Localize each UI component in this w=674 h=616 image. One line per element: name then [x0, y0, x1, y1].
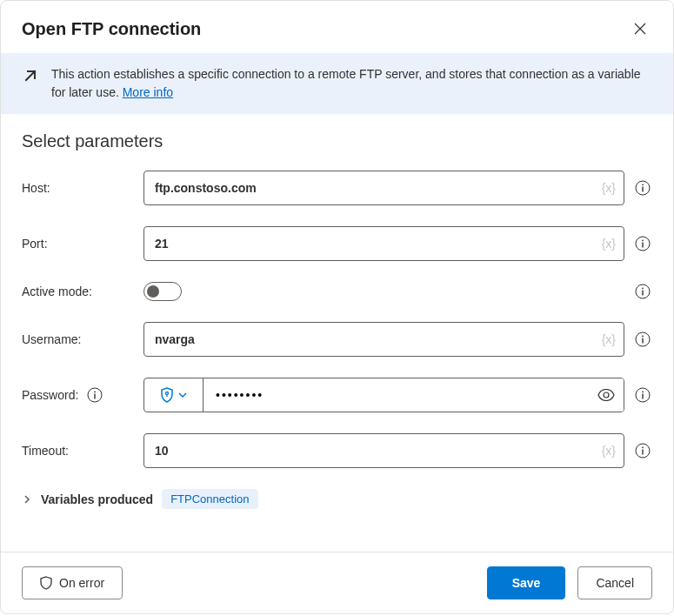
chevron-down-icon: [177, 390, 188, 400]
dialog-title: Open FTP connection: [22, 19, 201, 39]
dialog-footer: On error Save Cancel: [1, 552, 673, 613]
info-icon: [635, 180, 651, 196]
port-input[interactable]: [143, 226, 624, 261]
row-password: Password:: [22, 378, 652, 412]
info-icon: [635, 387, 651, 403]
variable-chip[interactable]: FTPConnection: [162, 489, 257, 509]
variables-produced-label: Variables produced: [41, 492, 153, 506]
on-error-button[interactable]: On error: [22, 566, 123, 599]
host-input[interactable]: [143, 171, 624, 205]
info-icon: [635, 443, 651, 459]
username-info-button[interactable]: [633, 330, 652, 349]
cancel-button[interactable]: Cancel: [577, 566, 652, 599]
svg-rect-11: [642, 338, 643, 344]
svg-point-10: [642, 335, 644, 337]
password-label-info-button[interactable]: [85, 385, 104, 405]
dialog-header: Open FTP connection: [1, 1, 673, 53]
password-input[interactable]: [204, 378, 624, 412]
action-arrow-icon: [22, 67, 39, 84]
svg-point-21: [642, 446, 644, 448]
host-label: Host:: [22, 181, 135, 195]
active-mode-info-button[interactable]: [633, 282, 652, 301]
host-info-button[interactable]: [633, 178, 652, 198]
on-error-label: On error: [59, 576, 104, 590]
active-mode-wrap: [143, 282, 624, 301]
port-label: Port:: [22, 237, 135, 251]
password-input-wrap: [143, 378, 624, 412]
info-banner: This action establishes a specific conne…: [1, 53, 673, 114]
svg-point-13: [94, 391, 96, 392]
dialog: Open FTP connection This action establis…: [0, 0, 674, 614]
eye-icon: [597, 389, 615, 401]
info-icon: [87, 387, 103, 403]
password-type-dropdown[interactable]: [144, 378, 204, 412]
close-icon: [633, 22, 647, 36]
svg-point-15: [165, 392, 168, 395]
svg-point-7: [642, 287, 644, 289]
save-button[interactable]: Save: [487, 566, 566, 599]
info-text: This action establishes a specific conne…: [51, 65, 652, 102]
section-title: Select parameters: [22, 131, 652, 151]
info-icon: [635, 284, 651, 299]
svg-point-16: [604, 392, 609, 398]
port-info-button[interactable]: [633, 234, 652, 253]
svg-rect-14: [95, 394, 96, 399]
info-icon: [635, 331, 651, 347]
row-host: Host: {x}: [22, 171, 652, 205]
toggle-knob: [147, 285, 159, 298]
svg-rect-2: [642, 187, 643, 192]
svg-point-18: [642, 391, 644, 392]
timeout-input[interactable]: [143, 433, 624, 468]
shield-icon: [160, 387, 174, 403]
variables-produced-row[interactable]: Variables produced FTPConnection: [22, 489, 652, 509]
svg-rect-5: [642, 243, 643, 248]
svg-point-1: [642, 184, 644, 185]
chevron-right-icon: [22, 494, 32, 505]
row-username: Username: {x}: [22, 322, 652, 357]
footer-right: Save Cancel: [487, 566, 652, 599]
host-input-wrap: {x}: [143, 171, 624, 205]
info-icon: [635, 236, 651, 251]
timeout-info-button[interactable]: [633, 441, 652, 460]
username-input[interactable]: [143, 322, 624, 357]
username-label: Username:: [22, 332, 135, 346]
password-label-text: Password:: [22, 388, 78, 402]
close-button[interactable]: [628, 17, 652, 41]
more-info-link[interactable]: More info: [123, 85, 173, 99]
row-port: Port: {x}: [22, 226, 652, 261]
username-input-wrap: {x}: [143, 322, 624, 357]
password-info-button[interactable]: [633, 385, 652, 405]
password-reveal-button[interactable]: [597, 389, 615, 401]
svg-rect-19: [642, 394, 643, 399]
active-mode-label: Active mode:: [22, 285, 135, 298]
active-mode-toggle[interactable]: [143, 282, 182, 301]
row-active-mode: Active mode:: [22, 282, 652, 301]
svg-rect-8: [642, 291, 643, 296]
port-input-wrap: {x}: [143, 226, 624, 261]
svg-point-4: [642, 239, 644, 241]
password-label: Password:: [22, 385, 135, 405]
dialog-body: Select parameters Host: {x} Port: {x}: [1, 114, 673, 552]
timeout-input-wrap: {x}: [143, 433, 624, 468]
row-timeout: Timeout: {x}: [22, 433, 652, 468]
timeout-label: Timeout:: [22, 444, 135, 458]
shield-outline-icon: [40, 576, 52, 590]
svg-rect-22: [642, 450, 643, 455]
